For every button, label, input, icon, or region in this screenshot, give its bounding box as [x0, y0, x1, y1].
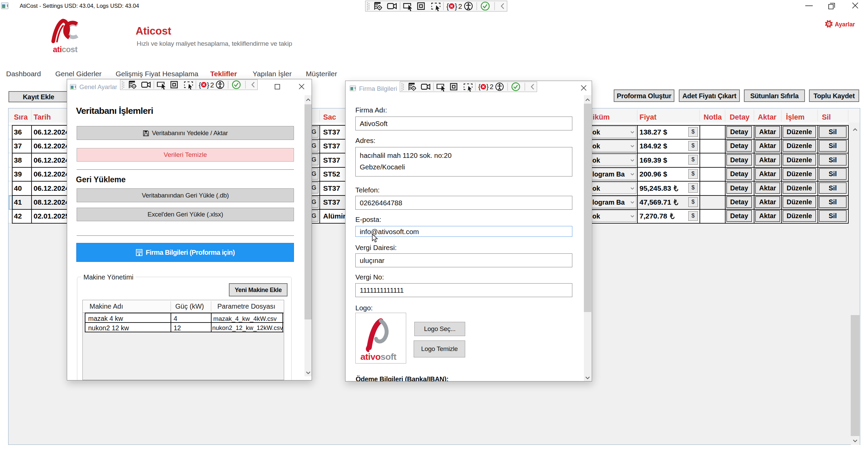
svg-text:ativosoft: ativosoft	[360, 352, 397, 362]
svg-text:aticost: aticost	[53, 45, 78, 54]
